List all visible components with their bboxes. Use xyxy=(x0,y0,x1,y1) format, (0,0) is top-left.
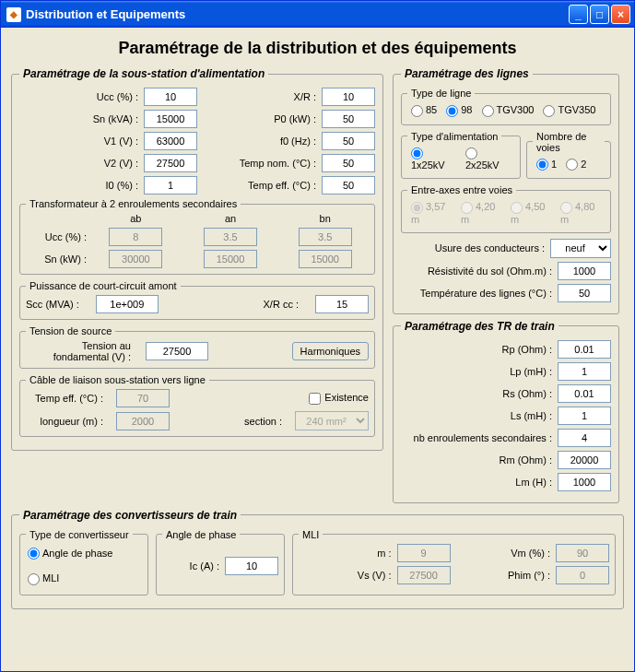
maximize-button[interactable]: □ xyxy=(590,5,609,24)
line-type-98[interactable]: 98 xyxy=(446,104,472,117)
teff-label: Temp eff. (°C) : xyxy=(197,180,322,191)
ic-label: Ic (A) : xyxy=(162,560,225,572)
xfmr-hdr-bn: bn xyxy=(281,213,369,224)
scc-input[interactable] xyxy=(96,295,159,313)
xfmr-sn-ab xyxy=(109,250,162,268)
cable-legend: Câble de liaison sous-station vers ligne xyxy=(26,374,209,385)
conv-legend: Paramétrage des convertisseurs de train xyxy=(19,509,241,522)
xfmr-sn-an xyxy=(204,250,257,268)
xfmr-ucc-an xyxy=(204,228,257,246)
window-title: Distribution et Equipements xyxy=(26,7,569,21)
cable-len-label: longueur (m) : xyxy=(26,416,109,427)
i0-input[interactable] xyxy=(144,176,197,195)
xfmr-sn-bn xyxy=(299,250,352,268)
p0-input[interactable] xyxy=(322,110,375,128)
lines-group: Paramétrage des lignes Type de ligne 85 … xyxy=(393,67,619,314)
line-type-tgv300[interactable]: TGV300 xyxy=(482,104,535,117)
scc-legend: Puissance de court-circuit amont xyxy=(26,280,181,291)
source-fund-input[interactable] xyxy=(146,342,208,360)
xfmr-ucc-label: Ucc (%) : xyxy=(26,231,92,242)
conv-type-legend: Type de convertisseur xyxy=(26,529,133,540)
conv-type-mli[interactable]: MLI xyxy=(28,572,140,585)
v2-input[interactable] xyxy=(144,154,197,172)
gap-group: Entre-axes entre voies 3,57 m 4,20 m 4,5… xyxy=(401,184,611,233)
xfmr-ucc-bn xyxy=(299,228,352,246)
gap-450: 4,50 m xyxy=(511,201,551,225)
lines-legend: Paramétrage des lignes xyxy=(401,67,533,80)
xfmr-ucc-ab xyxy=(109,228,162,246)
feed-1x25[interactable]: 1x25kV xyxy=(411,147,456,171)
cable-exist-label[interactable]: Existence xyxy=(309,392,369,405)
p0-label: P0 (kW) : xyxy=(197,113,322,124)
lp-input[interactable] xyxy=(558,362,611,381)
close-button[interactable]: × xyxy=(611,5,630,24)
v1-input[interactable] xyxy=(144,132,197,150)
mli-phim-input xyxy=(556,566,609,584)
scc-group: Puissance de court-circuit amont Scc (MV… xyxy=(19,280,375,320)
conv-type-phase[interactable]: Angle de phase xyxy=(28,548,140,560)
traintr-legend: Paramétrage des TR de train xyxy=(401,320,559,333)
ucc-input[interactable] xyxy=(144,88,197,106)
rp-input[interactable] xyxy=(558,340,611,359)
rs-label: Rs (Ohm) : xyxy=(401,388,558,399)
substation-legend: Paramétrage de la sous-station d'aliment… xyxy=(19,67,268,80)
tnom-input[interactable] xyxy=(322,154,375,172)
source-legend: Tension de source xyxy=(26,325,115,336)
substation-group: Paramétrage de la sous-station d'aliment… xyxy=(11,67,383,451)
scc-label: Scc (MVA) : xyxy=(26,299,85,310)
linetemp-input[interactable] xyxy=(558,284,611,302)
ic-input[interactable] xyxy=(225,557,278,575)
rp-label: Rp (Ohm) : xyxy=(401,344,558,355)
tracks-2[interactable]: 2 xyxy=(566,159,586,171)
lm-input[interactable] xyxy=(558,473,611,491)
client-area: Paramétrage de la distribution et des éq… xyxy=(4,28,631,668)
conv-mli-group: MLI m : Vs (V) : Vm (%) : Phim (°) : xyxy=(292,529,616,595)
f0-label: f0 (Hz) : xyxy=(197,136,322,147)
feed-2x25[interactable]: 2x25kV xyxy=(465,147,511,171)
ls-label: Ls (mH) : xyxy=(401,410,558,421)
nbenr-input[interactable] xyxy=(558,429,611,447)
window: ◆ Distribution et Equipements _ □ × Para… xyxy=(0,0,635,672)
xfmr-sn-label: Sn (kW) : xyxy=(26,253,92,265)
sn-input[interactable] xyxy=(144,110,197,128)
tnom-label: Temp nom. (°C) : xyxy=(197,158,322,169)
gap-357: 3,57 m xyxy=(411,201,452,225)
ucc-label: Ucc (%) : xyxy=(19,91,144,102)
line-type-tgv350[interactable]: TGV350 xyxy=(543,104,595,117)
rm-input[interactable] xyxy=(558,451,611,469)
cable-teff-input xyxy=(116,389,170,407)
resist-label: Résistivité du sol (Ohm.m) : xyxy=(401,265,558,277)
conv-mli-legend: MLI xyxy=(299,529,323,540)
conv-phase-group: Angle de phase Ic (A) : xyxy=(156,529,285,595)
line-type-legend: Type de ligne xyxy=(407,88,475,99)
ls-input[interactable] xyxy=(558,407,611,425)
cable-sec-label: section : xyxy=(177,416,288,427)
xfmr-group: Transformateur à 2 enroulements secondai… xyxy=(19,198,375,275)
xfmr-hdr-ab: ab xyxy=(92,213,180,224)
rs-input[interactable] xyxy=(558,384,611,403)
linetemp-label: Température des lignes (°C) : xyxy=(401,288,558,299)
line-type-85[interactable]: 85 xyxy=(411,104,437,117)
f0-input[interactable] xyxy=(322,132,375,150)
nbenr-label: nb enroulements secondaires : xyxy=(401,432,558,443)
wear-select[interactable]: neuf xyxy=(550,239,611,258)
xfmr-hdr-an: an xyxy=(187,213,275,224)
cable-exist-checkbox[interactable] xyxy=(309,393,321,405)
harmonics-button[interactable]: Harmoniques xyxy=(292,342,369,360)
v1-label: V1 (V) : xyxy=(19,136,144,147)
teff-input[interactable] xyxy=(322,176,375,195)
titlebar: ◆ Distribution et Equipements _ □ × xyxy=(1,1,634,28)
conv-phase-legend: Angle de phase xyxy=(162,529,240,540)
xr-label: X/R : xyxy=(197,91,322,102)
sn-label: Sn (kVA) : xyxy=(19,113,144,124)
tracks-1[interactable]: 1 xyxy=(536,159,557,171)
xr-input[interactable] xyxy=(322,88,375,106)
mli-vs-input xyxy=(397,566,451,584)
mli-vm-label: Vm (%) : xyxy=(458,548,557,559)
minimize-button[interactable]: _ xyxy=(569,5,588,24)
xrcc-input[interactable] xyxy=(315,295,369,313)
mli-vs-label: Vs (V) : xyxy=(299,570,397,581)
resist-input[interactable] xyxy=(558,262,611,280)
tracks-group: Nombre de voies 1 2 xyxy=(526,131,611,180)
feed-legend: Type d'alimentation xyxy=(407,131,501,142)
